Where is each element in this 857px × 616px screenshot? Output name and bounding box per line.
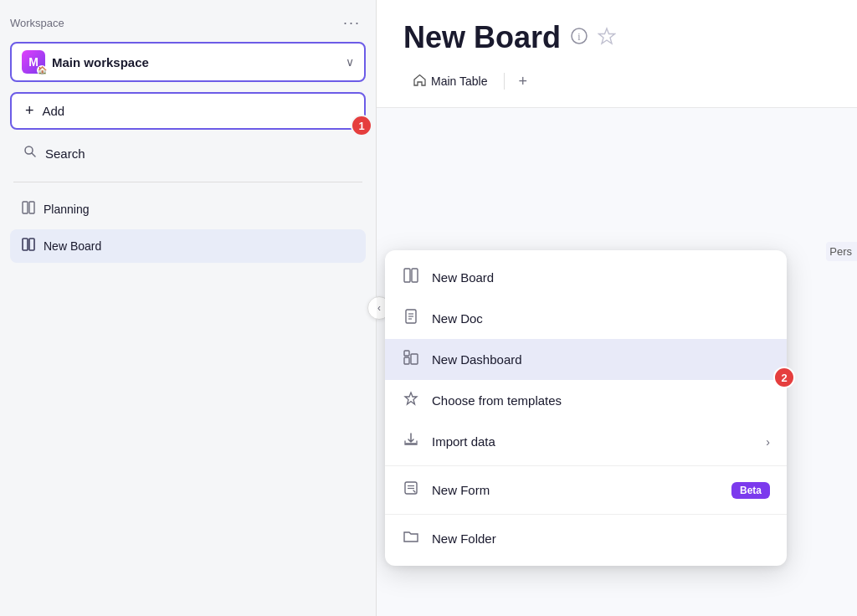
svg-rect-5	[29, 239, 34, 250]
partial-column-header: Pers	[826, 242, 857, 261]
add-button[interactable]: + Add 1	[10, 92, 366, 130]
add-badge: 1	[351, 115, 372, 136]
sidebar-item-planning[interactable]: Planning	[10, 192, 366, 226]
main-content: New Board i Main Table	[377, 0, 857, 616]
tab-add-button[interactable]: +	[511, 69, 534, 94]
info-icon-button[interactable]: i	[571, 28, 588, 49]
star-icon-button[interactable]	[598, 27, 616, 49]
svg-rect-2	[23, 202, 28, 213]
dashboard-badge: 2	[773, 367, 795, 388]
plus-icon: +	[25, 102, 34, 120]
dropdown-new-doc-label: New Doc	[432, 311, 770, 326]
template-icon	[402, 391, 420, 410]
svg-rect-9	[404, 269, 410, 282]
dropdown-item-new-board[interactable]: New Board	[385, 257, 787, 298]
new-dashboard-icon	[402, 350, 420, 369]
svg-rect-3	[29, 202, 34, 213]
sidebar-header: Workspace ···	[10, 13, 366, 32]
dropdown-item-choose-templates[interactable]: Choose from templates	[385, 380, 787, 421]
sidebar-divider	[13, 182, 362, 182]
new-board-icon	[402, 268, 420, 287]
search-icon	[23, 145, 37, 162]
dropdown-item-import-data[interactable]: Import data ›	[385, 421, 787, 462]
dropdown-templates-label: Choose from templates	[432, 393, 770, 408]
workspace-selector[interactable]: M Main workspace ∨	[10, 42, 366, 82]
main-header: New Board i Main Table	[377, 0, 857, 108]
dropdown-item-new-dashboard[interactable]: New Dashboard 2	[385, 339, 787, 380]
dropdown-new-board-label: New Board	[432, 270, 770, 285]
svg-rect-4	[23, 239, 28, 250]
add-button-label: Add	[43, 104, 65, 118]
page-title: New Board	[403, 20, 561, 55]
dropdown-import-label: Import data	[432, 434, 754, 449]
board-icon-2	[22, 238, 35, 254]
folder-icon	[402, 529, 420, 548]
dropdown-menu: New Board New Doc	[385, 250, 787, 566]
workspace-icon: M	[22, 50, 45, 74]
svg-rect-17	[404, 351, 409, 356]
main-body: Pers New Board	[377, 108, 857, 616]
dropdown-form-label: New Form	[432, 483, 720, 497]
import-icon	[402, 432, 420, 451]
svg-rect-16	[411, 354, 418, 364]
svg-text:i: i	[577, 31, 581, 43]
sidebar-item-new-board[interactable]: New Board	[10, 229, 366, 263]
svg-line-1	[32, 153, 35, 157]
dropdown-item-new-doc[interactable]: New Doc	[385, 298, 787, 339]
board-title-row: New Board i	[403, 20, 830, 55]
board-icon	[22, 201, 35, 218]
tabs-row: Main Table +	[403, 69, 830, 94]
beta-badge: Beta	[731, 482, 770, 499]
search-button[interactable]: Search	[10, 138, 366, 168]
import-arrow-icon: ›	[766, 435, 770, 449]
home-icon	[413, 74, 426, 89]
dropdown-new-dashboard-label: New Dashboard	[432, 352, 770, 367]
svg-rect-15	[404, 357, 409, 364]
sidebar-title: Workspace	[10, 17, 64, 29]
sidebar: Workspace ··· M Main workspace ∨ + Add 1…	[0, 0, 377, 616]
dropdown-item-new-folder[interactable]: New Folder	[385, 518, 787, 559]
dropdown-divider-1	[385, 465, 787, 466]
sidebar-more-button[interactable]: ···	[338, 13, 366, 32]
tab-main-table-label: Main Table	[431, 74, 487, 88]
dropdown-divider-2	[385, 514, 787, 515]
workspace-name: Main workspace	[52, 55, 346, 69]
tab-main-table[interactable]: Main Table	[403, 69, 497, 94]
new-doc-icon	[402, 309, 420, 328]
tab-divider	[504, 73, 505, 90]
chevron-down-icon: ∨	[346, 55, 354, 69]
svg-marker-8	[599, 28, 615, 44]
new-board-label: New Board	[44, 239, 101, 253]
form-icon	[402, 480, 420, 500]
dropdown-folder-label: New Folder	[432, 531, 770, 546]
planning-label: Planning	[44, 203, 90, 216]
dropdown-item-new-form[interactable]: New Form Beta	[385, 470, 787, 511]
svg-rect-10	[412, 269, 418, 282]
search-label: Search	[45, 146, 85, 161]
